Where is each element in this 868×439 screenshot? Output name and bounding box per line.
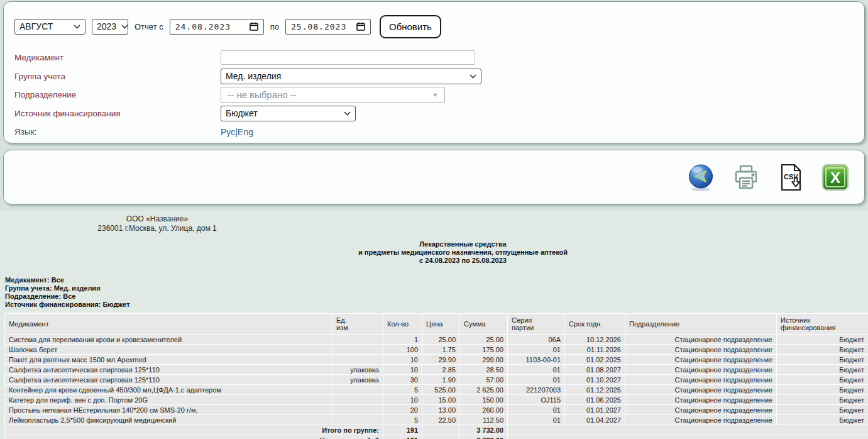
- table-cell: упаковка: [332, 375, 383, 384]
- totals-cell: 191: [383, 425, 422, 435]
- param-funding: Источник финансирования: Бюджет: [5, 301, 868, 309]
- refresh-button[interactable]: Обновить: [380, 15, 441, 38]
- table-cell: 1103-00-01: [508, 355, 564, 364]
- totals-cell: [422, 435, 459, 439]
- funding-source-value: Бюджет: [226, 108, 258, 118]
- column-header: Кол-во: [383, 314, 422, 334]
- report-title-line: с 24.08.2023 по 25.08.2023: [58, 257, 868, 265]
- year-select-value: 2023: [97, 21, 116, 31]
- department-select[interactable]: -- не выбрано -- ▼: [221, 87, 445, 103]
- lang-rus-link[interactable]: Рус: [221, 127, 235, 137]
- report-title-line: Лекарственные средства: [58, 240, 868, 248]
- table-cell: 29.90: [422, 355, 459, 364]
- totals-cell: [508, 425, 868, 435]
- table-cell: Салфетка антисептическая спиртовая 125*1…: [5, 365, 332, 374]
- calendar-icon[interactable]: [250, 22, 258, 31]
- table-cell: Стационарное подразделение: [625, 375, 776, 384]
- table-cell: 1.75: [422, 345, 459, 354]
- triangle-down-icon: ▼: [432, 92, 438, 98]
- table-cell: 01.02.2025: [565, 355, 625, 364]
- totals-row: Наименований: 91913 732.00: [5, 435, 868, 439]
- table-cell: 25.00: [422, 335, 459, 344]
- svg-text:X: X: [830, 169, 840, 186]
- table-cell: 01: [508, 345, 564, 354]
- table-cell: 260.00: [460, 405, 507, 414]
- lang-eng-link[interactable]: Eng: [238, 127, 253, 137]
- table-cell: 10: [383, 365, 422, 374]
- table-cell: [332, 405, 383, 414]
- date-to-input[interactable]: 25.08.2023: [285, 19, 371, 35]
- table-cell: Стационарное подразделение: [625, 405, 776, 414]
- language-row: Язык: Рус|Eng: [14, 123, 864, 142]
- company-name: ООО «Название»: [0, 214, 314, 224]
- table-cell: [332, 415, 383, 425]
- table-cell: Контейнер для крови сдвоенный 450/300 мл…: [5, 385, 332, 394]
- back-button[interactable]: [686, 163, 715, 192]
- to-label: по: [270, 22, 279, 31]
- table-cell: 01: [508, 375, 564, 384]
- table-row: Катетер для периф. вен с доп. Портом 20G…: [5, 395, 868, 404]
- totals-cell: [508, 435, 868, 439]
- table-cell: 15.00: [422, 395, 459, 404]
- table-cell: Стационарное подразделение: [625, 355, 776, 364]
- department-row: Подразделение -- не выбрано -- ▼: [14, 86, 864, 104]
- filter-grid: Медикамент Группа учета Мед. изделия Под…: [14, 48, 864, 142]
- table-cell: Бюджет: [777, 365, 868, 374]
- accounting-group-value: Мед. изделия: [226, 71, 281, 81]
- totals-cell: 3 732.00: [460, 425, 507, 435]
- column-header: Цена: [422, 314, 459, 334]
- month-select-value: АВГУСТ: [19, 21, 53, 31]
- print-button[interactable]: [732, 164, 760, 191]
- totals-cell: 3 732.00: [460, 435, 507, 439]
- chevron-down-icon: [74, 25, 80, 29]
- funding-source-row: Источник финансирования Бюджет: [14, 104, 864, 123]
- excel-export-button[interactable]: X: [821, 164, 849, 191]
- year-select[interactable]: 2023: [92, 19, 128, 35]
- toolbar-icons: CSV X: [686, 163, 849, 192]
- funding-source-select[interactable]: Бюджет: [221, 106, 356, 121]
- csv-export-button[interactable]: CSV: [777, 163, 805, 192]
- table-cell: Простынь нетканая НЕстерильная 140*200 с…: [5, 405, 332, 414]
- column-header: Источник финансирования: [777, 314, 868, 334]
- column-header: Медикамент: [5, 314, 332, 334]
- date-from-value: 24.08.2023: [175, 22, 231, 31]
- table-cell: 01: [508, 365, 564, 374]
- language-switch: Рус|Eng: [221, 127, 253, 137]
- table-cell: 10: [383, 395, 422, 404]
- table-row: Салфетка антисептическая спиртовая 125*1…: [5, 375, 868, 384]
- column-header: Ед. изм: [332, 314, 383, 334]
- table-cell: Стационарное подразделение: [625, 385, 776, 394]
- table-cell: Бюджет: [777, 335, 868, 344]
- month-select[interactable]: АВГУСТ: [14, 19, 85, 35]
- report-title: Лекарственные средства и предметы медици…: [0, 240, 868, 265]
- table-cell: 10: [383, 355, 422, 364]
- medicament-input[interactable]: [221, 50, 475, 65]
- company-block: ООО «Название» 236001 г.Москва, ул. Улиц…: [0, 214, 314, 233]
- table-cell: 150.00: [460, 395, 507, 404]
- table-cell: 28.50: [460, 365, 507, 374]
- table-cell: 100: [383, 345, 422, 354]
- table-cell: 22.50: [422, 415, 459, 425]
- language-label: Язык:: [14, 127, 221, 136]
- table-cell: [332, 395, 383, 404]
- table-cell: Бюджет: [777, 405, 868, 414]
- table-row: Система для переливания крови и кровезам…: [5, 335, 868, 344]
- report-from-label: Отчет с: [135, 22, 163, 31]
- accounting-group-select[interactable]: Мед. изделия: [221, 69, 481, 84]
- table-cell: Бюджет: [777, 395, 868, 404]
- table-cell: 01.08.2027: [565, 365, 625, 374]
- table-cell: Бюджет: [777, 355, 868, 364]
- totals-cell: 191: [383, 435, 422, 439]
- table-cell: 25.00: [460, 335, 507, 344]
- totals-cell: [422, 425, 459, 435]
- table-cell: 01.04.2027: [565, 415, 625, 425]
- table-cell: Стационарное подразделение: [625, 365, 776, 374]
- calendar-icon[interactable]: [356, 22, 365, 31]
- toolbar-panel: CSV X: [3, 150, 865, 204]
- table-cell: 10.12.2026: [565, 335, 625, 344]
- back-icon: [686, 184, 715, 194]
- param-medicament: Медикамент: Все: [5, 276, 868, 284]
- table-cell: Лейкопластырь 2,5*500 фиксирующий медици…: [5, 415, 332, 425]
- date-from-input[interactable]: 24.08.2023: [170, 19, 264, 35]
- funding-source-label: Источник финансирования: [14, 109, 221, 118]
